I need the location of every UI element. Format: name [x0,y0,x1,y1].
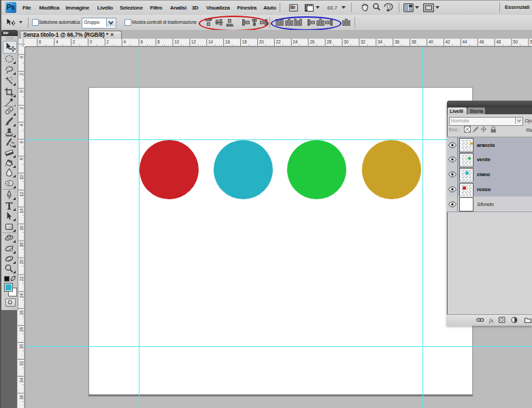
svg-text:6: 6 [19,141,24,143]
svg-text:0: 0 [90,39,93,44]
svg-text:26: 26 [310,39,315,44]
svg-text:50: 50 [513,39,518,44]
svg-text:34: 34 [19,377,24,383]
svg-text:6: 6 [140,39,143,44]
svg-text:2: 2 [73,39,76,44]
svg-text:12: 12 [19,191,24,197]
svg-text:6: 6 [39,39,41,44]
svg-text:36: 36 [395,39,400,44]
svg-text:2: 2 [107,39,110,44]
svg-text:18: 18 [242,39,248,44]
svg-text:32: 32 [361,39,366,44]
svg-text:2: 2 [19,73,24,75]
svg-text:26: 26 [19,310,24,316]
svg-text:30: 30 [344,39,349,44]
svg-text:16: 16 [225,39,231,44]
svg-text:14: 14 [19,208,24,214]
svg-text:18: 18 [19,242,24,248]
svg-text:4: 4 [56,39,59,44]
svg-text:8: 8 [19,158,24,160]
svg-text:34: 34 [378,39,383,44]
svg-text:20: 20 [19,259,24,265]
svg-text:16: 16 [19,225,24,231]
svg-text:46: 46 [479,39,484,44]
svg-text:32: 32 [19,360,24,366]
svg-text:42: 42 [446,39,451,44]
svg-text:4: 4 [19,124,24,126]
svg-text:10: 10 [174,39,180,44]
svg-text:8: 8 [157,39,160,44]
svg-text:22: 22 [19,276,24,282]
svg-text:10: 10 [19,175,24,180]
svg-text:44: 44 [463,39,468,44]
svg-text:24: 24 [293,39,299,44]
svg-text:38: 38 [412,39,417,44]
svg-text:12: 12 [191,39,197,44]
svg-text:4: 4 [124,39,127,44]
svg-text:30: 30 [19,344,24,350]
svg-text:28: 28 [19,327,24,333]
svg-text:0: 0 [19,90,24,92]
svg-text:14: 14 [208,39,214,44]
svg-text:36: 36 [19,394,24,400]
svg-text:24: 24 [19,293,24,299]
svg-text:fx.: fx. [489,318,495,324]
svg-text:28: 28 [327,39,332,44]
svg-text:4: 4 [19,56,24,58]
svg-text:20: 20 [259,39,265,44]
svg-text:40: 40 [429,39,434,44]
svg-text:2: 2 [19,107,24,109]
svg-text:48: 48 [496,39,501,44]
svg-text:22: 22 [276,39,282,44]
